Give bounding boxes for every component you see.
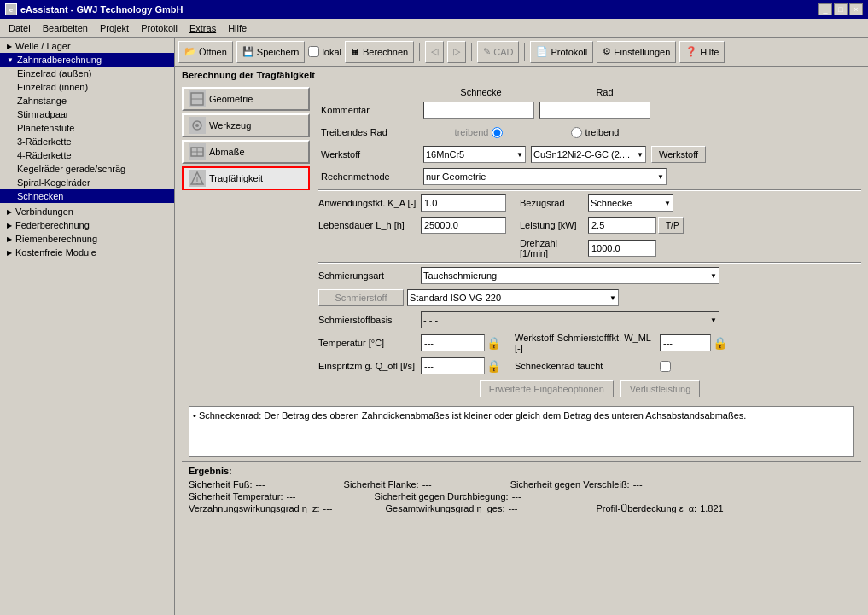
results-title: Ergebnis: bbox=[189, 466, 854, 476]
temperatur-input[interactable] bbox=[421, 334, 485, 351]
treibendes-rad-row: Treibendes Rad treibend treibend bbox=[321, 123, 861, 142]
kommentar-schnecke-input[interactable] bbox=[423, 102, 534, 119]
sidebar-item-stirnradpaar[interactable]: Stirnradpaar bbox=[0, 107, 174, 121]
einstellungen-button[interactable]: ⚙ Einstellungen bbox=[597, 41, 676, 63]
sidebar-item-zahnrad-label: Zahnradberechnung bbox=[17, 55, 102, 65]
dropdown-arrow-schnecke: ▼ bbox=[516, 151, 523, 159]
tp-button[interactable]: T/P bbox=[658, 217, 684, 234]
forward-button[interactable]: ▷ bbox=[447, 41, 466, 63]
sidebar-item-zahnstange[interactable]: Zahnstange bbox=[0, 94, 174, 107]
kostenfreie-expand-icon bbox=[7, 249, 12, 257]
menu-projekt[interactable]: Projekt bbox=[95, 21, 134, 35]
werkstoff-button[interactable]: Werkstoff bbox=[651, 146, 706, 163]
menu-bearbeiten[interactable]: Bearbeiten bbox=[38, 21, 93, 35]
werkstoff-rad-dropdown[interactable]: CuSn12Ni2-C-GC (2.... ▼ bbox=[531, 146, 646, 163]
menu-extras[interactable]: Extras bbox=[184, 21, 221, 35]
geometrie-button[interactable]: Geometrie bbox=[182, 87, 310, 111]
werkstoff-schmierstoff-input[interactable] bbox=[660, 334, 711, 351]
treibend-rad-radio[interactable] bbox=[571, 127, 582, 138]
sidebar-item-4raeder[interactable]: 4-Räderkette bbox=[0, 148, 174, 162]
title-bar-controls[interactable]: _ □ × bbox=[818, 3, 863, 15]
schmierstoff-row: Schmierstoff Standard ISO VG 220 ▼ bbox=[318, 288, 861, 307]
sidebar-item-federberechnung[interactable]: Federberechnung bbox=[0, 218, 174, 232]
sicherheit-fuss-value: --- bbox=[256, 479, 265, 490]
speichern-button[interactable]: 💾 Speichern bbox=[236, 41, 306, 63]
settings-icon: ⚙ bbox=[603, 46, 611, 57]
sidebar-item-riemenberechnung[interactable]: Riemenberechnung bbox=[0, 232, 174, 246]
sidebar-item-kegelraeder[interactable]: Kegelräder gerade/schräg bbox=[0, 162, 174, 176]
cad-button[interactable]: ✎ CAD bbox=[477, 41, 519, 63]
schmierstoff-button[interactable]: Schmierstoff bbox=[318, 289, 404, 306]
schmierstoffbasis-arrow: ▼ bbox=[710, 316, 717, 324]
anwendungsfaktor-input[interactable] bbox=[421, 194, 506, 212]
schmierstoffbasis-dropdown[interactable]: - - - ▼ bbox=[421, 311, 719, 328]
werkstoff-rad-wrap: CuSn12Ni2-C-GC (2.... ▼ bbox=[531, 146, 646, 163]
menu-datei[interactable]: Datei bbox=[3, 21, 36, 35]
lebensdauer-row: Lebensdauer L_h [h] Leistung [kW] T/P bbox=[318, 216, 861, 235]
info-area: • Schneckenrad: Der Betrag des oberen Za… bbox=[189, 406, 854, 457]
schneckenrad-taucht-label: Schneckenrad taucht bbox=[515, 361, 660, 371]
gesamtwirkungsgrad: Gesamtwirkungsgrad η_ges: --- bbox=[385, 503, 517, 513]
verlustleistung-button[interactable]: Verlustleistung bbox=[620, 380, 701, 397]
lebensdauer-input[interactable] bbox=[421, 217, 506, 234]
rechenmethode-dropdown[interactable]: nur Geometrie ▼ bbox=[423, 168, 667, 185]
spiral-label: Spiral-Kegelräder bbox=[17, 177, 90, 188]
werkzeug-button[interactable]: Werkzeug bbox=[182, 113, 310, 137]
tragfahigkeit-button[interactable]: Tragfähigkeit bbox=[182, 166, 310, 190]
sidebar-item-verbindungen[interactable]: Verbindungen bbox=[0, 205, 174, 218]
oeffnen-button[interactable]: 📂 Öffnen bbox=[178, 41, 233, 63]
section-title: Berechnung der Tragfähigkeit bbox=[175, 67, 868, 84]
verbindungen-expand-icon bbox=[7, 208, 12, 216]
sidebar-item-welle[interactable]: Welle / Lager bbox=[0, 39, 174, 53]
einspritzmenge-row: Einspritzm g. Q_ofl [l/s] 🔒 Schneckenrad… bbox=[318, 357, 861, 375]
sidebar-item-3raeder[interactable]: 3-Räderkette bbox=[0, 135, 174, 148]
bezugsrad-dropdown[interactable]: Schnecke ▼ bbox=[588, 194, 673, 212]
kommentar-label: Kommentar bbox=[321, 105, 423, 115]
rechenmethode-label: Rechenmethode bbox=[321, 171, 423, 182]
sidebar-item-einzelrad-innen[interactable]: Einzelrad (innen) bbox=[0, 80, 174, 94]
results-row-1: Sicherheit Fuß: --- Sicherheit Flanke: -… bbox=[189, 479, 854, 490]
einspritzmenge-input[interactable] bbox=[421, 357, 485, 374]
app-icon: e bbox=[5, 3, 17, 15]
abmasse-button[interactable]: Abmaße bbox=[182, 140, 310, 164]
menu-hilfe[interactable]: Hilfe bbox=[223, 21, 252, 35]
drehzahl-input[interactable] bbox=[588, 240, 656, 257]
hilfe-button[interactable]: ❓ Hilfe bbox=[679, 41, 725, 63]
protokoll-button[interactable]: 📄 Protokoll bbox=[530, 41, 593, 63]
schneckenrad-taucht-checkbox[interactable] bbox=[660, 361, 671, 372]
lokal-checkbox[interactable] bbox=[308, 46, 319, 57]
stirnradpaar-label: Stirnradpaar bbox=[17, 109, 69, 119]
help-icon: ❓ bbox=[685, 46, 697, 57]
werkstoff-schnecke-dropdown[interactable]: 16MnCr5 ▼ bbox=[423, 146, 526, 163]
sidebar-item-schnecken[interactable]: Schnecken bbox=[0, 189, 174, 203]
sidebar-item-spiral[interactable]: Spiral-Kegelräder bbox=[0, 176, 174, 189]
leistung-label: Leistung [kW] bbox=[520, 220, 588, 230]
minimize-button[interactable]: _ bbox=[818, 3, 832, 15]
col-headers: Schnecke Rad bbox=[419, 87, 861, 97]
treibend-schnecke-radio[interactable] bbox=[492, 127, 503, 138]
sidebar-item-einzelrad-aussen[interactable]: Einzelrad (außen) bbox=[0, 67, 174, 80]
close-button[interactable]: × bbox=[849, 3, 863, 15]
erweiterte-eingabe-button[interactable]: Erweiterte Eingabeoptionen bbox=[480, 380, 614, 397]
schmierungsart-dropdown[interactable]: Tauchschmierung ▼ bbox=[421, 267, 719, 284]
profilueberdeckung: Profil-Überdeckung ε_α: 1.821 bbox=[597, 503, 724, 513]
maximize-button[interactable]: □ bbox=[834, 3, 848, 15]
leistung-input[interactable] bbox=[588, 217, 656, 234]
lebensdauer-label: Lebensdauer L_h [h] bbox=[318, 220, 421, 230]
back-button[interactable]: ◁ bbox=[425, 41, 444, 63]
planetenstufe-label: Planetenstufe bbox=[17, 123, 74, 133]
kommentar-rad-input[interactable] bbox=[539, 102, 650, 119]
sidebar-item-zahnrad[interactable]: Zahnradberechnung bbox=[0, 53, 174, 67]
lokal-checkbox-label[interactable]: lokal bbox=[308, 46, 341, 57]
sidebar-item-planetenstufe[interactable]: Planetenstufe bbox=[0, 121, 174, 135]
berechnen-button[interactable]: 🖩 Berechnen bbox=[345, 41, 414, 63]
svg-point-3 bbox=[195, 124, 199, 127]
anwendungsfaktor-row: Anwendungsfkt. K_A [-] Bezugsrad Schneck… bbox=[318, 194, 861, 212]
schmierstoff-dropdown[interactable]: Standard ISO VG 220 ▼ bbox=[407, 289, 619, 306]
menu-protokoll[interactable]: Protokoll bbox=[136, 21, 183, 35]
sidebar-item-kostenfreie[interactable]: Kostenfreie Module bbox=[0, 246, 174, 259]
sidebar: Welle / Lager Zahnradberechnung Einzelra… bbox=[0, 38, 175, 615]
4raeder-label: 4-Räderkette bbox=[17, 150, 72, 160]
cad-icon: ✎ bbox=[483, 46, 491, 57]
einspritzmenge-label: Einspritzm g. Q_ofl [l/s] bbox=[318, 361, 421, 371]
